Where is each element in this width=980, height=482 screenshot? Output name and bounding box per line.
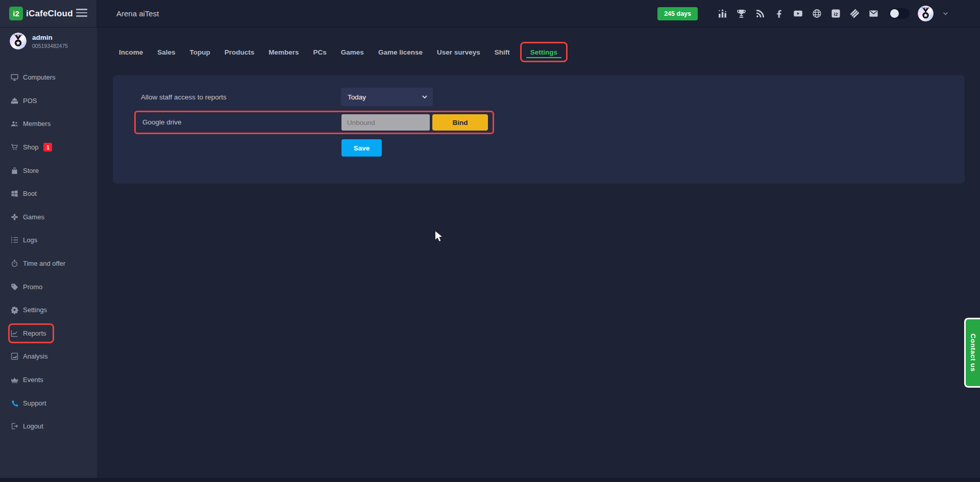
sidebar-item-label: Logout [23,422,43,430]
user-block: PLATINUM admin 005193482475 [0,28,97,49]
stopwatch-icon [10,259,19,268]
tab-user-surveys[interactable]: User surveys [430,43,487,61]
topbar-actions: 245 days [657,6,949,21]
toggle-knob [890,9,899,18]
sidebar-item-analysis[interactable]: Analysis [0,345,97,368]
monitor-icon [10,73,19,82]
license-days-badge[interactable]: 245 days [657,7,698,20]
tab-products[interactable]: Products [217,43,262,61]
tab-settings[interactable]: Settings [520,42,568,62]
sidebar-item-computers[interactable]: Computers [0,66,97,89]
logout-icon [10,422,19,430]
sidebar-item-label: Time and offer [23,260,65,267]
sidebar-item-label: Computers [23,73,56,81]
sidebar-item-games[interactable]: Games [0,206,97,229]
topbar-main: Arena aiTest 245 days [97,0,980,27]
page-title: Arena aiTest [116,9,159,18]
sidebar-item-events[interactable]: Events [0,368,97,392]
tab-shift[interactable]: Shift [487,43,517,61]
cash-register-icon [10,96,19,105]
sidebar-item-shop[interactable]: Shop 1 [0,136,97,159]
google-drive-label: Google drive [142,118,182,126]
theme-toggle[interactable] [889,8,910,19]
sidebar-item-label: POS [23,97,37,105]
sidebar-item-promo[interactable]: Promo [0,275,97,298]
rss-icon[interactable] [755,8,766,19]
user-avatar[interactable]: PLATINUM [918,6,934,21]
shopping-bag-icon [10,166,19,175]
logo-zone: i2 iCafeCloud [0,0,97,27]
sidebar-item-label: Boot [23,190,37,197]
staff-access-select-wrap: Today [341,88,433,106]
youtube-icon[interactable] [793,8,803,19]
phone-icon [10,399,19,408]
report-tabs: Income Sales Topup Products Members PCs … [112,42,568,62]
tab-pcs[interactable]: PCs [306,43,334,61]
sidebar-item-boot[interactable]: Boot [0,182,97,206]
facebook-icon[interactable] [774,8,785,19]
sidebar-item-time-and-offer[interactable]: Time and offer [0,252,97,275]
sidebar-item-label: Reports [23,329,46,337]
bottom-strip [0,478,980,482]
people-icon [10,119,19,128]
sidebar-item-store[interactable]: Store [0,159,97,182]
sidebar-item-label: Logs [23,236,37,244]
sidebar-item-label: Analysis [23,352,47,360]
brand-name: iCafeCloud [26,9,73,19]
google-drive-input[interactable] [341,114,430,131]
sidebar-item-support[interactable]: Support [0,391,97,415]
sidebar-item-label: Shop [23,143,38,151]
staff-access-select[interactable]: Today [341,88,433,106]
contact-us-tab[interactable]: Contact us [964,318,980,388]
brand-logo-icon: i2 [9,7,23,20]
bind-button[interactable]: Bind [432,114,488,131]
sidebar-item-label: Games [23,213,44,221]
chevron-down-icon[interactable] [942,10,949,17]
sidebar-item-reports[interactable]: Reports [0,322,97,345]
tab-sales[interactable]: Sales [150,43,182,61]
sidebar-menu: Computers POS Members Shop 1 Store Boot … [0,66,97,438]
sidebar-avatar: PLATINUM [10,33,27,49]
tab-game-license[interactable]: Game license [371,43,430,61]
line-chart-icon [10,329,19,338]
sidebar-item-label: Promo [23,283,42,291]
tab-games[interactable]: Games [334,43,371,61]
user-id: 005193482475 [32,43,68,49]
sidebar-item-logout[interactable]: Logout [0,415,97,438]
sidebar-item-pos[interactable]: POS [0,89,97,113]
list-icon [10,236,19,244]
mail-icon[interactable] [868,8,879,19]
sidebar-item-label: Support [23,399,46,407]
hamburger-menu-icon[interactable] [76,9,87,19]
stripes-icon[interactable] [849,8,860,19]
tab-income[interactable]: Income [112,43,150,61]
cart-icon [10,143,19,151]
gamepad-icon [10,213,19,221]
save-button[interactable]: Save [341,139,382,157]
user-name: admin [32,34,68,41]
trophy-icon[interactable] [736,8,747,19]
sidebar-item-label: Members [23,120,51,128]
settings-card: Allow staff access to reports Today Goog… [113,75,965,184]
sidebar: PLATINUM admin 005193482475 Computers PO… [0,28,97,482]
ranking-podium-icon[interactable] [717,8,728,19]
main-content: Income Sales Topup Products Members PCs … [97,28,980,482]
icafecloud-icon[interactable]: i2 [830,8,841,19]
globe-icon[interactable] [812,8,822,19]
svg-text:i2: i2 [834,11,838,17]
tag-icon [10,283,19,291]
sidebar-item-label: Events [23,376,43,384]
sidebar-item-label: Store [23,167,39,174]
sidebar-item-settings[interactable]: Settings [0,298,97,322]
staff-access-label: Allow staff access to reports [141,93,227,101]
area-chart-icon [10,352,19,361]
tab-members[interactable]: Members [261,43,306,61]
crown-icon [10,375,19,384]
windows-icon [10,189,19,198]
gear-icon [10,306,19,314]
sidebar-item-logs[interactable]: Logs [0,229,97,252]
sidebar-item-members[interactable]: Members [0,112,97,136]
tab-topup[interactable]: Topup [183,43,217,61]
shop-count-badge: 1 [43,143,52,151]
topbar: i2 iCafeCloud Arena aiTest 245 days [0,0,980,28]
